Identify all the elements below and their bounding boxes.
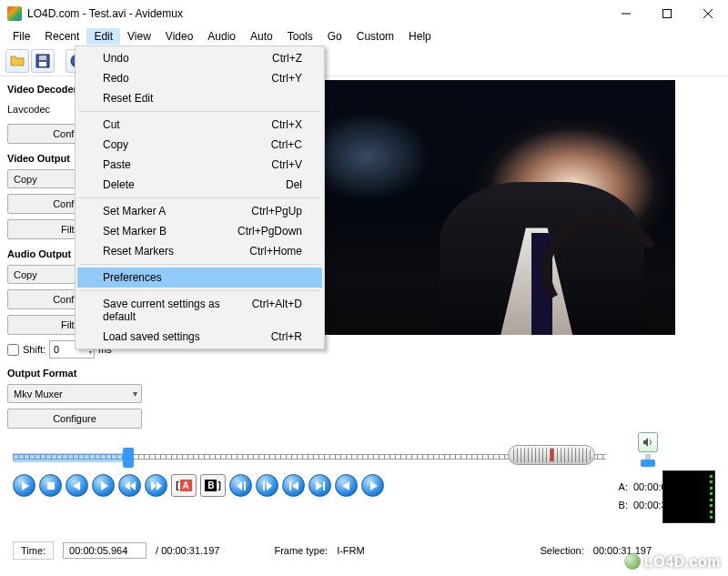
menuitem-paste[interactable]: PasteCtrl+V bbox=[77, 155, 322, 175]
prev-black-icon bbox=[340, 480, 353, 492]
output-format-configure-button[interactable]: Configure bbox=[7, 409, 142, 429]
seekbar-row bbox=[13, 445, 715, 469]
minimize-icon bbox=[622, 9, 631, 18]
titlebar-left: LO4D.com - Test.avi - Avidemux bbox=[7, 6, 183, 21]
menuitem-load-settings[interactable]: Load saved settingsCtrl+R bbox=[77, 327, 322, 347]
forward-icon bbox=[150, 480, 163, 492]
video-output-value: Copy bbox=[14, 174, 37, 185]
menu-separator bbox=[79, 197, 320, 198]
svg-rect-20 bbox=[289, 481, 291, 490]
first-frame-button[interactable] bbox=[282, 474, 305, 497]
next-keyframe-button[interactable] bbox=[145, 474, 167, 497]
menu-video[interactable]: Video bbox=[158, 28, 200, 45]
app-icon bbox=[7, 6, 22, 21]
next-black-icon bbox=[367, 480, 379, 492]
output-format-combo[interactable]: Mkv Muxer bbox=[7, 384, 142, 403]
menuitem-redo[interactable]: RedoCtrl+Y bbox=[77, 68, 322, 88]
svg-rect-19 bbox=[263, 481, 265, 490]
menu-help[interactable]: Help bbox=[401, 28, 439, 45]
menuitem-set-marker-b[interactable]: Set Marker BCtrl+PgDown bbox=[77, 221, 322, 241]
close-button[interactable] bbox=[687, 0, 728, 27]
meter-bar-right bbox=[710, 475, 713, 519]
menu-auto[interactable]: Auto bbox=[243, 28, 280, 45]
prev-frame-button[interactable] bbox=[66, 474, 88, 497]
time-label: Time: bbox=[13, 541, 54, 560]
menu-audio[interactable]: Audio bbox=[200, 28, 243, 45]
marker-a-label: A: bbox=[613, 481, 628, 492]
marker-b-label: B: bbox=[613, 500, 628, 510]
menu-separator bbox=[79, 264, 320, 265]
svg-rect-6 bbox=[39, 62, 46, 66]
volume-slider[interactable] bbox=[645, 454, 651, 465]
titlebar: LO4D.com - Test.avi - Avidemux bbox=[0, 0, 728, 27]
audio-output-value: Copy bbox=[14, 269, 37, 280]
menuitem-cut[interactable]: CutCtrl+X bbox=[77, 115, 322, 135]
seek-thumb[interactable] bbox=[123, 448, 134, 468]
stop-button[interactable] bbox=[39, 474, 62, 497]
skip-back-icon bbox=[235, 480, 248, 492]
menuitem-set-marker-a[interactable]: Set Marker ACtrl+PgUp bbox=[77, 201, 322, 221]
shift-value: 0 bbox=[54, 344, 59, 355]
menu-recent[interactable]: Recent bbox=[37, 28, 86, 45]
globe-icon bbox=[624, 553, 641, 570]
menuitem-save-defaults[interactable]: Save current settings as defaultCtrl+Alt… bbox=[77, 294, 322, 327]
selection-label: Selection: bbox=[540, 545, 583, 556]
speaker-button[interactable] bbox=[638, 432, 658, 452]
stop-icon bbox=[45, 480, 57, 492]
floppy-icon bbox=[35, 53, 51, 69]
frame-type-value: I-FRM bbox=[337, 545, 365, 556]
watermark: LO4D.com bbox=[624, 553, 721, 571]
frame-type-label: Frame type: bbox=[274, 545, 328, 556]
output-format-label: Output Format bbox=[7, 368, 147, 379]
audio-meter bbox=[662, 470, 715, 523]
set-marker-a-button[interactable]: [A bbox=[171, 474, 197, 497]
menuitem-reset-edit[interactable]: Reset Edit bbox=[77, 88, 322, 108]
menu-separator bbox=[79, 111, 320, 112]
maximize-icon bbox=[662, 9, 672, 18]
last-frame-button[interactable] bbox=[308, 474, 331, 497]
menuitem-preferences[interactable]: Preferences bbox=[77, 268, 322, 288]
menuitem-reset-markers[interactable]: Reset MarkersCtrl+Home bbox=[77, 241, 322, 261]
play-button[interactable] bbox=[13, 474, 35, 497]
volume-control bbox=[632, 432, 664, 469]
prev-black-frame-button[interactable] bbox=[335, 474, 358, 497]
folder-open-icon bbox=[9, 53, 25, 69]
menu-tools[interactable]: Tools bbox=[280, 28, 320, 45]
play-icon bbox=[18, 480, 31, 492]
volume-thumb[interactable] bbox=[641, 460, 655, 467]
prev-cut-button[interactable] bbox=[229, 474, 252, 497]
rewind-icon bbox=[124, 480, 136, 492]
shift-label: Shift: bbox=[23, 344, 46, 355]
output-format-value: Mkv Muxer bbox=[14, 389, 63, 399]
jog-wheel[interactable] bbox=[508, 445, 595, 465]
menu-view[interactable]: View bbox=[120, 28, 158, 45]
menuitem-copy[interactable]: CopyCtrl+C bbox=[77, 135, 322, 155]
menuitem-delete[interactable]: DeleteDel bbox=[77, 175, 322, 195]
next-frame-icon bbox=[97, 480, 110, 492]
svg-rect-21 bbox=[323, 481, 325, 490]
set-marker-b-button[interactable]: B] bbox=[200, 474, 226, 497]
menu-go[interactable]: Go bbox=[320, 28, 349, 45]
prev-keyframe-button[interactable] bbox=[118, 474, 141, 497]
next-black-frame-button[interactable] bbox=[361, 474, 384, 497]
watermark-text: LO4D.com bbox=[644, 554, 721, 570]
menu-custom[interactable]: Custom bbox=[349, 28, 401, 45]
next-cut-button[interactable] bbox=[256, 474, 278, 497]
menu-file[interactable]: File bbox=[5, 28, 37, 45]
svg-rect-5 bbox=[39, 56, 46, 60]
window-controls bbox=[605, 0, 728, 27]
shift-checkbox[interactable] bbox=[7, 344, 19, 356]
close-icon bbox=[703, 9, 713, 18]
maximize-button[interactable] bbox=[646, 0, 687, 27]
svg-rect-17 bbox=[47, 482, 55, 490]
next-frame-button[interactable] bbox=[92, 474, 115, 497]
last-icon bbox=[314, 480, 327, 492]
menubar: File Recent Edit View Video Audio Auto T… bbox=[0, 27, 728, 45]
menu-edit[interactable]: Edit bbox=[86, 28, 120, 45]
minimize-button[interactable] bbox=[605, 0, 646, 27]
svg-rect-18 bbox=[244, 481, 246, 490]
save-button[interactable] bbox=[31, 49, 55, 73]
menuitem-undo[interactable]: UndoCtrl+Z bbox=[77, 48, 322, 68]
time-input[interactable] bbox=[63, 542, 147, 559]
open-button[interactable] bbox=[5, 49, 29, 73]
